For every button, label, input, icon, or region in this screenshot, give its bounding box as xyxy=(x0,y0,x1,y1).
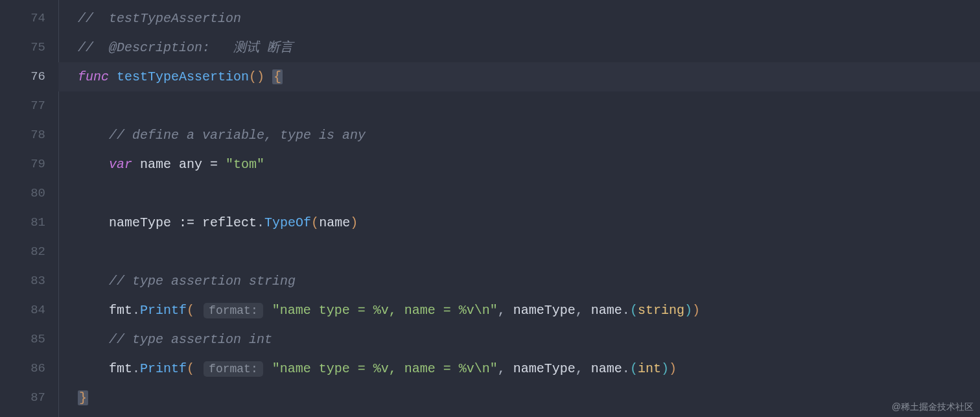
code-token: = xyxy=(210,157,226,172)
code-token: int xyxy=(638,361,661,376)
line-number: 84 xyxy=(0,296,58,325)
code-token xyxy=(264,361,272,376)
code-token: , xyxy=(576,303,591,318)
code-line[interactable]: // type assertion int xyxy=(58,325,980,354)
code-line[interactable] xyxy=(58,91,980,121)
code-line[interactable]: fmt.Printf( format: "name type = %v, nam… xyxy=(58,296,980,325)
watermark: @稀土掘金技术社区 xyxy=(892,401,974,413)
parameter-hint: format: xyxy=(204,303,263,318)
code-token: name xyxy=(319,215,350,230)
code-token: Printf xyxy=(140,303,187,318)
code-token: "name type = %v, name = %v\n" xyxy=(272,361,498,376)
parameter-hint: format: xyxy=(204,361,263,377)
code-token: := xyxy=(179,215,202,230)
code-token: . xyxy=(622,361,630,376)
code-token: nameType xyxy=(109,215,179,230)
line-number: 77 xyxy=(0,91,58,121)
line-number: 79 xyxy=(0,150,58,179)
code-token: ) xyxy=(661,361,669,376)
line-number-gutter: 7475767778798081828384858687 xyxy=(0,0,58,417)
code-token: any xyxy=(179,157,210,172)
code-token: ( xyxy=(630,361,638,376)
line-number: 76 xyxy=(0,62,58,91)
code-token: . xyxy=(132,361,140,376)
code-token: . xyxy=(257,215,264,230)
code-token: "name type = %v, name = %v\n" xyxy=(272,303,498,318)
code-token: () xyxy=(249,69,264,84)
code-token: ) xyxy=(684,303,692,318)
code-token: , xyxy=(498,361,513,376)
code-token: fmt xyxy=(109,303,132,318)
line-number: 74 xyxy=(0,4,58,33)
code-line[interactable]: // testTypeAssertion xyxy=(58,4,980,33)
code-token: ( xyxy=(311,215,319,230)
line-number: 87 xyxy=(0,383,58,412)
code-line[interactable]: // type assertion string xyxy=(58,267,980,296)
code-token: . xyxy=(132,303,140,318)
code-token: TypeOf xyxy=(264,215,311,230)
line-number: 85 xyxy=(0,325,58,354)
code-token: nameType xyxy=(513,361,576,376)
code-token: ) xyxy=(350,215,358,230)
code-line[interactable] xyxy=(58,179,980,208)
code-token: ) xyxy=(692,303,700,318)
line-number: 75 xyxy=(0,33,58,62)
code-token: // type assertion int xyxy=(109,332,272,347)
code-token xyxy=(194,303,202,318)
code-line[interactable]: var name any = "tom" xyxy=(58,150,980,179)
code-token: ( xyxy=(187,303,194,318)
code-token: . xyxy=(622,303,630,318)
code-token: var xyxy=(109,157,140,172)
code-token: reflect xyxy=(202,215,257,230)
code-line[interactable]: nameType := reflect.TypeOf(name) xyxy=(58,208,980,237)
code-token: , xyxy=(576,361,591,376)
code-token: testTypeAssertion xyxy=(117,69,249,84)
code-token: // @Description: 测试 断言 xyxy=(78,40,293,55)
code-editor[interactable]: 7475767778798081828384858687 // testType… xyxy=(0,0,980,417)
code-token: { xyxy=(272,69,283,84)
code-token: // type assertion string xyxy=(109,274,296,289)
code-token: name xyxy=(591,361,622,376)
code-token xyxy=(264,69,272,84)
line-number: 80 xyxy=(0,179,58,208)
code-token xyxy=(194,361,202,376)
code-token: ( xyxy=(630,303,638,318)
code-area[interactable]: // testTypeAssertion// @Description: 测试 … xyxy=(58,0,980,417)
code-line[interactable] xyxy=(58,237,980,267)
code-token: name xyxy=(140,157,179,172)
line-number: 81 xyxy=(0,208,58,237)
code-token: nameType xyxy=(513,303,576,318)
line-number: 78 xyxy=(0,121,58,150)
code-token: } xyxy=(78,390,88,405)
code-token: // testTypeAssertion xyxy=(78,11,241,26)
code-token: Printf xyxy=(140,361,187,376)
code-line[interactable]: } xyxy=(58,383,980,412)
code-token xyxy=(264,303,272,318)
code-line[interactable]: func testTypeAssertion() { xyxy=(58,62,980,91)
code-token: "tom" xyxy=(226,157,264,172)
code-token: string xyxy=(638,303,684,318)
code-line[interactable]: // define a variable, type is any xyxy=(58,121,980,150)
code-token: ) xyxy=(669,361,677,376)
line-number: 83 xyxy=(0,267,58,296)
code-token: // define a variable, type is any xyxy=(109,128,366,143)
line-number: 82 xyxy=(0,237,58,267)
line-number: 86 xyxy=(0,354,58,383)
code-token: , xyxy=(498,303,513,318)
code-token: func xyxy=(78,69,117,84)
code-line[interactable]: fmt.Printf( format: "name type = %v, nam… xyxy=(58,354,980,383)
code-line[interactable]: // @Description: 测试 断言 xyxy=(58,33,980,62)
code-token: fmt xyxy=(109,361,132,376)
code-token: ( xyxy=(187,361,194,376)
code-token: name xyxy=(591,303,622,318)
